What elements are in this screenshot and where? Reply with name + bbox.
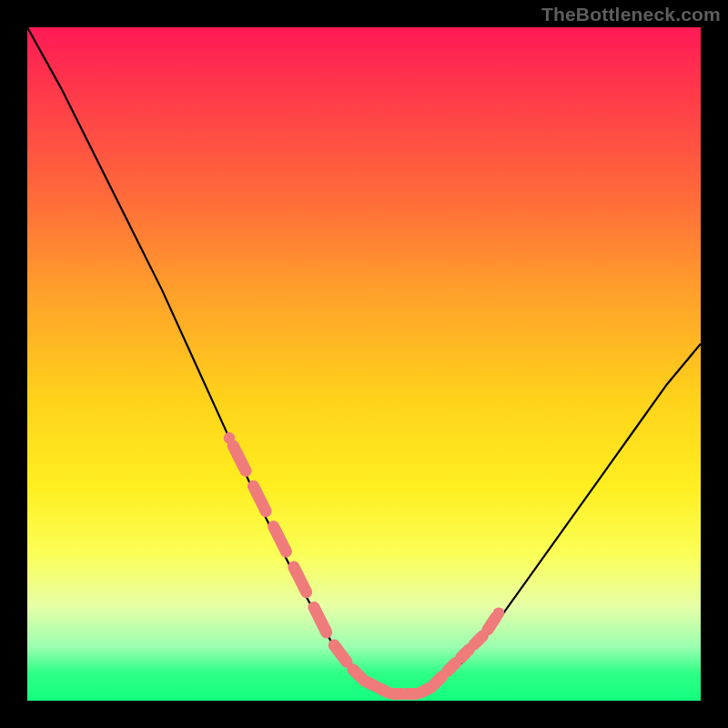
main-curve-group bbox=[27, 27, 701, 694]
highlight-left-seg bbox=[233, 446, 246, 471]
highlight-left-seg bbox=[274, 527, 287, 552]
highlight-right-seg bbox=[474, 636, 482, 644]
highlight-group bbox=[224, 432, 505, 693]
highlight-left-seg bbox=[314, 607, 327, 632]
highlight-right-seg bbox=[448, 662, 456, 671]
highlight-right-end bbox=[493, 608, 505, 620]
highlight-right-end bbox=[426, 682, 438, 693]
chart-stage: TheBottleneck.com bbox=[0, 0, 728, 728]
highlight-left-end bbox=[224, 432, 236, 444]
highlight-left-seg bbox=[334, 645, 347, 662]
highlight-bottom-end bbox=[359, 675, 370, 687]
highlight-bottom-seg bbox=[380, 689, 389, 693]
plot-area bbox=[27, 27, 701, 701]
highlight-left-seg bbox=[294, 567, 307, 592]
curve-svg bbox=[27, 27, 701, 701]
watermark-text: TheBottleneck.com bbox=[541, 4, 721, 25]
highlight-right-seg bbox=[488, 617, 496, 630]
highlight-right-seg bbox=[460, 650, 469, 658]
highlight-left-seg bbox=[253, 486, 266, 511]
bottleneck-curve-path bbox=[27, 27, 701, 694]
